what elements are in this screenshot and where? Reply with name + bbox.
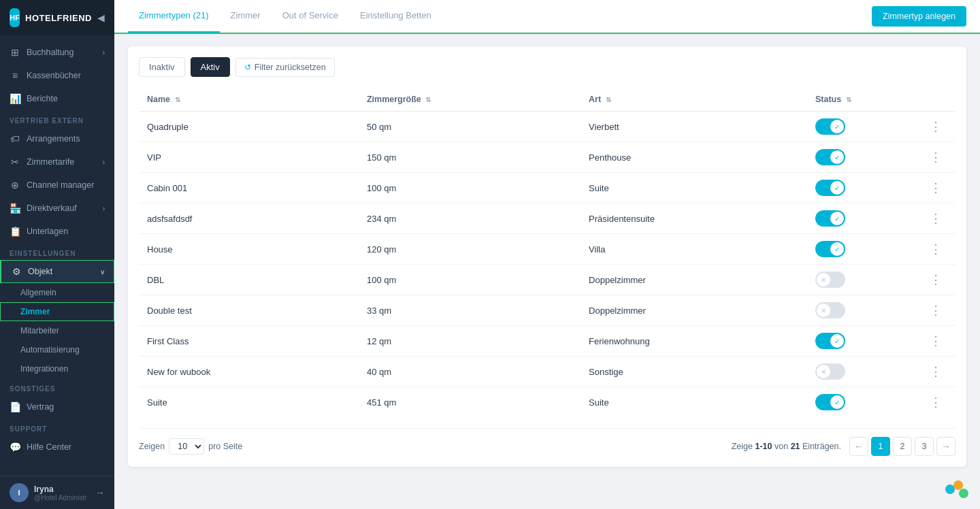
direktverkauf-icon: 🏪 bbox=[10, 203, 20, 214]
cell-status: ✓ bbox=[807, 234, 916, 265]
sidebar-item-channel[interactable]: ⊕ Channel manager bbox=[0, 174, 114, 197]
cell-name: Suite bbox=[139, 387, 359, 418]
cell-actions: ⋮ bbox=[916, 295, 956, 326]
status-toggle[interactable]: ✓ bbox=[815, 241, 845, 257]
row-menu-button[interactable]: ⋮ bbox=[924, 301, 947, 320]
status-toggle[interactable]: ✕ bbox=[815, 272, 845, 288]
cell-actions: ⋮ bbox=[916, 265, 956, 295]
row-menu-button[interactable]: ⋮ bbox=[924, 270, 947, 289]
logout-icon[interactable]: → bbox=[95, 487, 105, 498]
row-menu-button[interactable]: ⋮ bbox=[924, 209, 947, 228]
per-page-select[interactable]: 10 25 50 bbox=[169, 438, 204, 455]
status-toggle[interactable]: ✓ bbox=[815, 333, 845, 349]
cell-status: ✓ bbox=[807, 112, 916, 142]
status-toggle[interactable]: ✓ bbox=[815, 149, 845, 165]
page-button-2[interactable]: 2 bbox=[893, 437, 912, 456]
cell-art: Penthouse bbox=[581, 142, 807, 173]
prev-page-button[interactable]: ← bbox=[849, 437, 868, 456]
col-actions bbox=[916, 88, 956, 112]
tab-zimmer[interactable]: Zimmer bbox=[220, 0, 272, 33]
pagination-info: Zeige 1-10 von 21 Einträgen. bbox=[732, 442, 841, 451]
cell-actions: ⋮ bbox=[916, 203, 956, 234]
sidebar-logo: HF HOTELFRIEND ◀ bbox=[0, 0, 114, 35]
sidebar-item-hilfe[interactable]: 💬 Hilfe Center bbox=[0, 436, 114, 459]
sidebar-item-buchhaltung[interactable]: ⊞ Buchhaltung › bbox=[0, 41, 114, 64]
cell-art: Ferienwohnung bbox=[581, 326, 807, 357]
tab-zimmertypen[interactable]: Zimmertypen (21) bbox=[128, 0, 220, 33]
cell-status: ✓ bbox=[807, 142, 916, 173]
sidebar-nav: ⊞ Buchhaltung › ≡ Kassenbücher 📊 Bericht… bbox=[0, 35, 114, 476]
toggle-knob: ✓ bbox=[830, 181, 844, 195]
sidebar-item-kassenbuecher[interactable]: ≡ Kassenbücher bbox=[0, 64, 114, 87]
zimmertyp-anlegen-button[interactable]: Zimmertyp anlegen bbox=[872, 6, 966, 27]
toggle-knob: ✓ bbox=[830, 150, 844, 164]
inaktiv-tab[interactable]: Inaktiv bbox=[139, 57, 185, 77]
table-row: First Class12 qmFerienwohnung✓⋮ bbox=[139, 326, 956, 357]
sidebar-item-berichte[interactable]: 📊 Berichte bbox=[0, 87, 114, 110]
cell-status: ✓ bbox=[807, 203, 916, 234]
row-menu-button[interactable]: ⋮ bbox=[924, 362, 947, 381]
status-toggle[interactable]: ✕ bbox=[815, 302, 845, 318]
cell-groesse: 50 qm bbox=[359, 112, 581, 142]
page-button-3[interactable]: 3 bbox=[915, 437, 934, 456]
sidebar-subitem-automatisierung[interactable]: Automatisierung bbox=[0, 340, 114, 359]
filter-reset-button[interactable]: ↺ Filter zurücksetzen bbox=[235, 58, 335, 77]
col-zimmergroesse[interactable]: Zimmergröße ⇅ bbox=[359, 88, 581, 112]
sidebar-item-vertrag[interactable]: 📄 Vertrag bbox=[0, 395, 114, 418]
row-menu-button[interactable]: ⋮ bbox=[924, 240, 947, 259]
col-name[interactable]: Name ⇅ bbox=[139, 88, 359, 112]
cell-status: ✓ bbox=[807, 326, 916, 357]
channel-icon: ⊕ bbox=[10, 180, 20, 191]
chevron-right-icon: › bbox=[103, 159, 105, 166]
table-row: Cabin 001100 qmSuite✓⋮ bbox=[139, 173, 956, 203]
row-menu-button[interactable]: ⋮ bbox=[924, 331, 947, 350]
row-menu-button[interactable]: ⋮ bbox=[924, 393, 947, 412]
sidebar-footer: I Iryna @Hotel Administr → bbox=[0, 476, 114, 509]
tab-out-of-service[interactable]: Out of Service bbox=[272, 0, 349, 33]
status-toggle[interactable]: ✓ bbox=[815, 210, 845, 227]
cell-groesse: 12 qm bbox=[359, 326, 581, 357]
cell-name: First Class bbox=[139, 326, 359, 357]
cell-name: DBL bbox=[139, 265, 359, 295]
user-name: Iryna bbox=[34, 485, 90, 494]
table-row: VIP150 qmPenthouse✓⋮ bbox=[139, 142, 956, 173]
chevron-down-icon: ∨ bbox=[100, 268, 105, 276]
row-menu-button[interactable]: ⋮ bbox=[924, 178, 947, 197]
sidebar-subitem-zimmer[interactable]: Zimmer bbox=[0, 302, 114, 321]
sort-icon: ⇅ bbox=[175, 96, 180, 103]
sidebar-section-sonstiges: SONSTIGES bbox=[0, 378, 114, 395]
status-toggle[interactable]: ✓ bbox=[815, 394, 845, 410]
show-label: Zeigen bbox=[139, 442, 165, 451]
aktiv-tab[interactable]: Aktiv bbox=[191, 57, 230, 77]
sidebar-subitem-allgemein[interactable]: Allgemein bbox=[0, 283, 114, 302]
row-menu-button[interactable]: ⋮ bbox=[924, 117, 947, 136]
sidebar-item-objekt[interactable]: ⚙ Objekt ∨ bbox=[0, 260, 114, 283]
sort-icon: ⇅ bbox=[425, 96, 431, 103]
cell-actions: ⋮ bbox=[916, 112, 956, 142]
page-button-1[interactable]: 1 bbox=[871, 437, 890, 456]
tab-einstellung-betten[interactable]: Einstellung Betten bbox=[349, 0, 442, 33]
table-row: Double test33 qmDoppelzimmer✕⋮ bbox=[139, 295, 956, 326]
sidebar-collapse-icon[interactable]: ◀ bbox=[97, 12, 105, 23]
sidebar-item-direktverkauf[interactable]: 🏪 Direktverkauf › bbox=[0, 197, 114, 220]
sidebar-item-zimmertarife[interactable]: ✂ Zimmertarife › bbox=[0, 150, 114, 174]
col-status[interactable]: Status ⇅ bbox=[807, 88, 916, 112]
next-page-button[interactable]: → bbox=[936, 437, 956, 456]
row-menu-button[interactable]: ⋮ bbox=[924, 148, 947, 167]
user-role: @Hotel Administr bbox=[34, 494, 90, 502]
status-toggle[interactable]: ✕ bbox=[815, 363, 845, 380]
sidebar-subitem-integrationen[interactable]: Integrationen bbox=[0, 359, 114, 378]
sidebar-subitem-mitarbeiter[interactable]: Mitarbeiter bbox=[0, 321, 114, 340]
cell-groesse: 451 qm bbox=[359, 387, 581, 418]
status-toggle[interactable]: ✓ bbox=[815, 180, 845, 196]
toggle-knob: ✓ bbox=[830, 120, 844, 133]
logo-text: HOTELFRIEND bbox=[25, 13, 92, 23]
sidebar-item-unterlagen[interactable]: 📋 Unterlagen bbox=[0, 220, 114, 243]
col-art[interactable]: Art ⇅ bbox=[581, 88, 807, 112]
cell-name: New for wubook bbox=[139, 357, 359, 387]
cell-status: ✓ bbox=[807, 387, 916, 418]
table-row: DBL100 qmDoppelzimmer✕⋮ bbox=[139, 265, 956, 295]
sidebar-item-arrangements[interactable]: 🏷 Arrangements bbox=[0, 127, 114, 150]
status-toggle[interactable]: ✓ bbox=[815, 118, 845, 135]
sidebar-section-vertrieb: VERTRIEB EXTERN bbox=[0, 110, 114, 127]
